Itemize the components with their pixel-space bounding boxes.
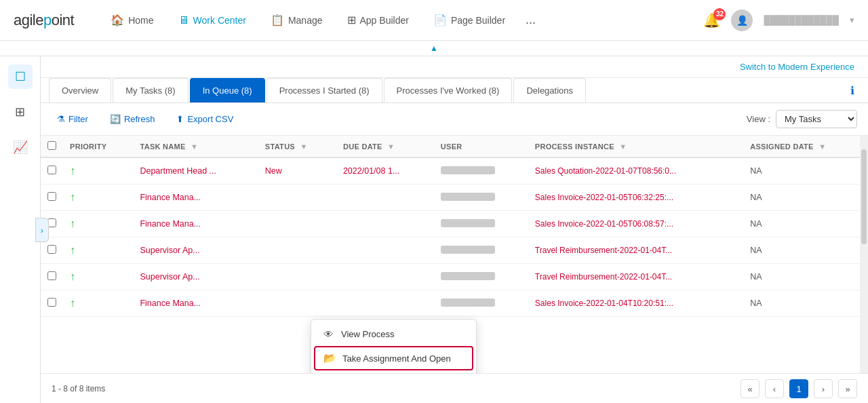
row-status-5 <box>258 290 336 317</box>
nav-more-button[interactable]: ... <box>520 7 541 33</box>
tab-inqueue[interactable]: In Queue (8) <box>190 78 265 102</box>
toolbar: ⚗ Filter 🔄 Refresh ⬆ Export CSV View : M… <box>41 103 868 136</box>
table-row: ↑ Finance Mana... Sales Invoice-2022-01-… <box>41 290 868 317</box>
task-link-0[interactable]: Department Head ... <box>140 166 216 176</box>
ctx-label-view-process: View Process <box>341 329 395 339</box>
task-link-1[interactable]: Finance Mana... <box>140 193 201 202</box>
context-menu: 👁 View Process 📂 Take Assignment And Ope… <box>311 319 477 373</box>
row-priority-4: ↑ <box>63 264 133 290</box>
select-all-header <box>41 136 63 157</box>
refresh-button[interactable]: 🔄 Refresh <box>104 111 161 127</box>
ctx-label-take-open: Take Assignment And Open <box>342 353 451 364</box>
row-taskname-5: Finance Mana... <box>133 290 258 317</box>
tab-started[interactable]: Processes I Started (8) <box>267 78 382 102</box>
nav-workcenter[interactable]: 🖥 Work Center <box>169 9 256 32</box>
nav-manage[interactable]: 📋 Manage <box>261 8 332 32</box>
process-link-5[interactable]: Sales Invoice-2022-01-04T10:20:51:... <box>535 299 673 308</box>
row-checkbox-3[interactable] <box>47 245 56 254</box>
row-process-3: Travel Reimbursement-2022-01-04T... <box>528 237 743 264</box>
duedate-header: DUE DATE ▼ <box>336 136 434 157</box>
row-assigned-0: NA <box>743 157 868 185</box>
row-user-0 <box>434 157 528 185</box>
ctx-item-view-process[interactable]: 👁 View Process <box>311 322 476 346</box>
nav-links: 🏠 Home 🖥 Work Center 📋 Manage ⊞ App Buil… <box>101 7 703 33</box>
sidebar-item-square[interactable]: ☐ <box>8 64 33 89</box>
row-assigned-1: NA <box>743 185 868 211</box>
row-taskname-3: Supervisor Ap... <box>133 237 258 264</box>
row-process-1: Sales Invoice-2022-01-05T06:32:25:... <box>528 185 743 211</box>
table-row: ↑ Supervisor Ap... Travel Reimbursement-… <box>41 237 868 264</box>
task-link-3[interactable]: Supervisor Ap... <box>140 246 199 255</box>
tab-mytasks[interactable]: My Tasks (8) <box>113 78 188 102</box>
pagebuilder-icon: 📄 <box>433 14 447 26</box>
row-assigned-3: NA <box>743 237 868 264</box>
app-logo: agilepoint <box>14 12 74 29</box>
table-row: ↑ Supervisor Ap... Travel Reimbursement-… <box>41 264 868 290</box>
row-status-3 <box>258 237 336 264</box>
filter-button[interactable]: ⚗ Filter <box>52 111 94 127</box>
process-link-4[interactable]: Travel Reimbursement-2022-01-04T... <box>535 272 672 282</box>
row-assigned-5: NA <box>743 290 868 317</box>
sidebar-expand-button[interactable]: › <box>35 218 49 242</box>
collapse-nav-button[interactable]: ▲ <box>0 41 868 56</box>
nav-home-label: Home <box>128 15 153 26</box>
task-link-5[interactable]: Finance Mana... <box>140 299 201 308</box>
ctx-icon-view-process: 👁 <box>322 328 334 340</box>
page-last-button[interactable]: » <box>838 379 857 398</box>
page-prev-button[interactable]: ‹ <box>765 379 784 398</box>
task-link-4[interactable]: Supervisor Ap... <box>140 272 199 282</box>
row-assigned-4: NA <box>743 264 868 290</box>
user-header: USER <box>434 136 528 157</box>
tab-delegations[interactable]: Delegations <box>513 78 586 102</box>
task-link-2[interactable]: Finance Mana... <box>140 219 201 229</box>
tab-info-icon[interactable]: ℹ <box>845 84 860 97</box>
user-avatar[interactable]: 👤 <box>731 9 753 31</box>
notification-button[interactable]: 🔔 32 <box>703 12 720 28</box>
vertical-scrollbar[interactable] <box>860 136 868 373</box>
view-selector: View : My Tasks All Tasks <box>747 110 857 128</box>
tab-overview[interactable]: Overview <box>49 78 111 102</box>
sidebar-item-grid[interactable]: ⊞ <box>8 100 33 124</box>
table-row: ↑ Finance Mana... Sales Invoice-2022-01-… <box>41 185 868 211</box>
row-status-2 <box>258 211 336 237</box>
row-user-3 <box>434 237 528 264</box>
ctx-item-take-assignment[interactable]: 📋 Take Assignment <box>311 370 476 373</box>
page-next-button[interactable]: › <box>814 379 833 398</box>
ctx-item-take-open[interactable]: 📂 Take Assignment And Open <box>314 346 473 370</box>
row-checkbox-0[interactable] <box>47 166 56 174</box>
sidebar-item-chart[interactable]: 📈 <box>8 135 33 159</box>
nav-pagebuilder-label: Page Builder <box>451 15 505 26</box>
filter-icon: ⚗ <box>57 114 65 124</box>
process-link-0[interactable]: Sales Quotation-2022-01-07T08:56:0... <box>535 166 676 176</box>
export-csv-button[interactable]: ⬆ Export CSV <box>171 111 239 127</box>
page-1-button[interactable]: 1 <box>789 379 808 398</box>
row-checkbox-1[interactable] <box>47 192 56 201</box>
row-taskname-0: Department Head ... <box>133 157 258 185</box>
row-status-4 <box>258 264 336 290</box>
left-sidebar: ☐ ⊞ 📈 › <box>0 56 41 403</box>
row-priority-5: ↑ <box>63 290 133 317</box>
view-dropdown[interactable]: My Tasks All Tasks <box>776 110 857 128</box>
select-all-checkbox[interactable] <box>47 141 56 150</box>
user-dropdown-icon[interactable]: ▾ <box>850 15 854 25</box>
process-link-1[interactable]: Sales Invoice-2022-01-05T06:32:25:... <box>535 193 673 202</box>
process-link-2[interactable]: Sales Invoice-2022-01-05T06:08:57:... <box>535 219 673 229</box>
home-icon: 🏠 <box>111 14 124 26</box>
nav-home[interactable]: 🏠 Home <box>101 8 163 32</box>
scrollbar-thumb <box>861 149 867 244</box>
top-navigation: agilepoint 🏠 Home 🖥 Work Center 📋 Manage… <box>0 0 868 41</box>
switch-modern-link[interactable]: Switch to Modern Experience <box>41 56 868 78</box>
row-checkbox-4[interactable] <box>47 271 56 280</box>
nav-manage-label: Manage <box>288 15 323 26</box>
tab-worked[interactable]: Processes I've Worked (8) <box>384 78 513 102</box>
process-link-3[interactable]: Travel Reimbursement-2022-01-04T... <box>535 246 672 255</box>
manage-icon: 📋 <box>271 14 284 26</box>
table-row: ↑ Finance Mana... Sales Invoice-2022-01-… <box>41 211 868 237</box>
page-first-button[interactable]: « <box>741 379 760 398</box>
nav-pagebuilder[interactable]: 📄 Page Builder <box>424 8 515 32</box>
user-name[interactable]: ████████████ <box>764 15 839 25</box>
row-priority-2: ↑ <box>63 211 133 237</box>
nav-appbuilder[interactable]: ⊞ App Builder <box>338 8 418 32</box>
row-checkbox-5[interactable] <box>47 298 56 307</box>
row-priority-0: ↑ <box>63 157 133 185</box>
